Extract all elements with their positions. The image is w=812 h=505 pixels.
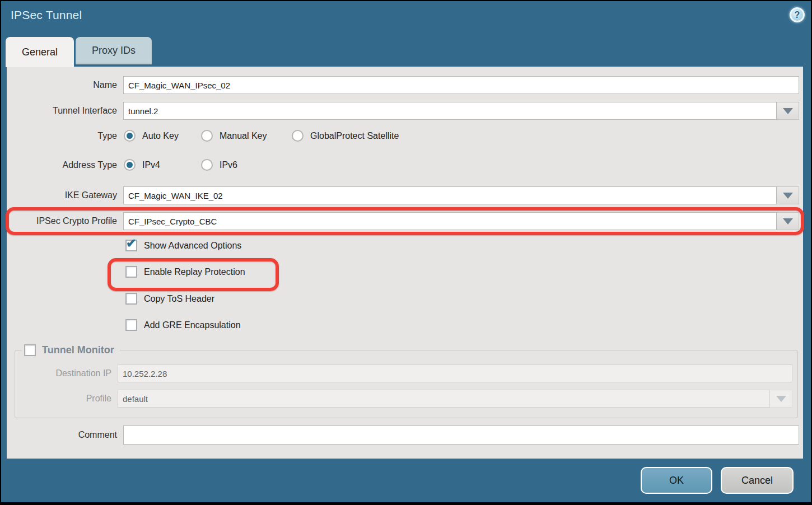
radio-icon[interactable] [124, 130, 136, 142]
checkbox-label: Add GRE Encapsulation [144, 320, 241, 330]
radio-option-label: IPv4 [142, 160, 160, 170]
type-option-globalprotect-satellite[interactable]: GlobalProtect Satellite [292, 130, 399, 142]
profile-dropdown-button [770, 390, 792, 408]
checkbox-label: Enable Replay Protection [144, 267, 245, 277]
radio-icon[interactable] [201, 159, 213, 171]
tunnel-monitor-title: Tunnel Monitor [42, 344, 114, 356]
radio-option-label: Auto Key [142, 131, 179, 141]
ipsec-crypto-profile-dropdown-button[interactable] [777, 212, 799, 230]
option-enable-replay-protection: ✔ Enable Replay Protection [125, 266, 245, 278]
option-copy-tos-header: ✔ Copy ToS Header [125, 293, 214, 305]
checkbox-icon[interactable]: ✔ [125, 240, 137, 251]
help-icon[interactable]: ? [790, 7, 805, 22]
destination-ip-label: Destination IP [7, 368, 111, 378]
ipsec-crypto-profile-input[interactable] [123, 212, 777, 230]
name-input[interactable] [123, 76, 799, 94]
option-show-advanced-options: ✔ Show Advanced Options [125, 240, 241, 251]
tab-proxy-ids[interactable]: Proxy IDs [76, 37, 152, 64]
name-label: Name [7, 80, 117, 90]
cancel-button[interactable]: Cancel [721, 467, 794, 494]
ipsec-tunnel-dialog: IPSec Tunnel ? General Proxy IDs Name Tu… [1, 1, 811, 502]
option-add-gre-encapsulation: ✔ Add GRE Encapsulation [125, 319, 241, 331]
address-type-option-ipv4[interactable]: IPv4 [124, 159, 160, 171]
comment-input[interactable] [123, 425, 799, 445]
general-tab-panel: Name Tunnel Interface Type Auto Key Manu… [7, 67, 803, 459]
ok-button[interactable]: OK [641, 467, 712, 494]
tunnel-monitor-checkbox-icon[interactable]: ✔ [24, 344, 36, 356]
ike-gateway-label: IKE Gateway [7, 190, 117, 200]
tunnel-interface-input[interactable] [123, 102, 777, 120]
checkbox-icon[interactable]: ✔ [125, 266, 137, 278]
type-option-auto-key[interactable]: Auto Key [124, 130, 179, 142]
destination-ip-row: Destination IP [7, 364, 792, 382]
radio-icon[interactable] [201, 130, 213, 142]
profile-row: Profile [7, 390, 792, 408]
type-label: Type [7, 131, 117, 141]
dialog-title: IPSec Tunnel [11, 8, 82, 22]
chevron-down-icon [776, 396, 786, 402]
radio-icon[interactable] [292, 130, 304, 142]
destination-ip-input [118, 364, 792, 382]
tab-bar: General Proxy IDs [6, 37, 152, 67]
tunnel-interface-dropdown-button[interactable] [777, 102, 799, 120]
checkbox-icon[interactable]: ✔ [125, 319, 137, 331]
address-type-option-ipv6[interactable]: IPv6 [201, 159, 237, 171]
type-row: Type [7, 128, 123, 144]
address-type-label: Address Type [7, 160, 117, 170]
chevron-down-icon [783, 108, 793, 114]
profile-label: Profile [7, 394, 111, 404]
chevron-down-icon [783, 218, 793, 225]
tunnel-interface-label: Tunnel Interface [7, 106, 117, 116]
checkmark-icon: ✔ [126, 236, 136, 251]
tunnel-monitor-legend: ✔ Tunnel Monitor [22, 344, 120, 356]
ike-gateway-input[interactable] [123, 186, 777, 204]
ike-gateway-dropdown-button[interactable] [777, 186, 799, 204]
address-type-row: Address Type [7, 157, 123, 173]
tab-general[interactable]: General [6, 37, 74, 67]
comment-row: Comment [7, 425, 799, 445]
type-option-manual-key[interactable]: Manual Key [201, 130, 267, 142]
radio-icon[interactable] [124, 159, 136, 171]
radio-option-label: Manual Key [220, 131, 267, 141]
ike-gateway-row: IKE Gateway [7, 186, 799, 204]
profile-input [118, 390, 770, 408]
name-row: Name [7, 76, 799, 94]
comment-label: Comment [7, 430, 117, 440]
checkbox-label: Copy ToS Header [144, 294, 214, 304]
ipsec-crypto-profile-row: IPSec Crypto Profile [7, 212, 799, 230]
radio-option-label: IPv6 [220, 160, 237, 170]
radio-option-label: GlobalProtect Satellite [310, 131, 399, 141]
checkbox-icon[interactable]: ✔ [125, 293, 137, 305]
ipsec-crypto-profile-label: IPSec Crypto Profile [7, 216, 117, 226]
tunnel-interface-row: Tunnel Interface [7, 102, 799, 120]
chevron-down-icon [783, 193, 793, 199]
checkbox-label: Show Advanced Options [144, 241, 241, 251]
